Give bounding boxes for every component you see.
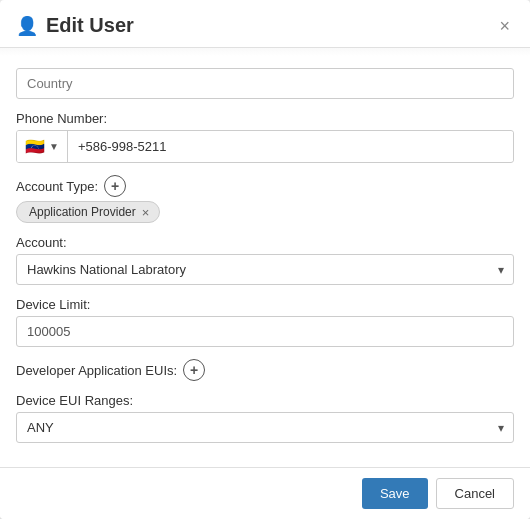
device-limit-input[interactable] xyxy=(16,316,514,347)
account-select[interactable]: Hawkins National Labratory xyxy=(16,254,514,285)
developer-eui-label: Developer Application EUIs: + xyxy=(16,359,514,381)
modal-title-text: Edit User xyxy=(46,14,134,37)
top-fade xyxy=(0,48,530,56)
account-type-tags: Application Provider × xyxy=(16,201,514,223)
phone-row: 🇻🇪 ▼ xyxy=(16,130,514,163)
account-select-wrapper: Hawkins National Labratory ▾ xyxy=(16,254,514,285)
modal-header: 👤 Edit User × xyxy=(0,0,530,48)
modal-footer: Save Cancel xyxy=(0,467,530,519)
account-type-add-button[interactable]: + xyxy=(104,175,126,197)
user-icon: 👤 xyxy=(16,15,38,37)
phone-input[interactable] xyxy=(68,132,513,161)
cancel-button[interactable]: Cancel xyxy=(436,478,514,509)
modal-title: 👤 Edit User xyxy=(16,14,134,37)
account-field-group: Account: Hawkins National Labratory ▾ xyxy=(16,235,514,285)
account-label: Account: xyxy=(16,235,514,250)
device-eui-ranges-label: Device EUI Ranges: xyxy=(16,393,514,408)
phone-flag-select[interactable]: 🇻🇪 ▼ xyxy=(17,131,68,162)
edit-user-modal: 👤 Edit User × Phone Number: 🇻🇪 ▼ Accoun xyxy=(0,0,530,519)
account-type-label-text: Account Type: xyxy=(16,179,98,194)
developer-eui-add-button[interactable]: + xyxy=(183,359,205,381)
device-eui-select[interactable]: ANY xyxy=(16,412,514,443)
account-type-tag: Application Provider × xyxy=(16,201,160,223)
account-type-label: Account Type: + xyxy=(16,175,514,197)
close-button[interactable]: × xyxy=(495,17,514,35)
flag-emoji: 🇻🇪 xyxy=(25,137,45,156)
save-button[interactable]: Save xyxy=(362,478,428,509)
developer-eui-field-group: Developer Application EUIs: + xyxy=(16,359,514,381)
country-field-group xyxy=(16,68,514,99)
account-type-field-group: Account Type: + Application Provider × xyxy=(16,175,514,223)
modal-body: Phone Number: 🇻🇪 ▼ Account Type: + Appli… xyxy=(0,56,530,467)
country-input[interactable] xyxy=(16,68,514,99)
developer-eui-label-text: Developer Application EUIs: xyxy=(16,363,177,378)
phone-caret-icon: ▼ xyxy=(49,141,59,152)
phone-label: Phone Number: xyxy=(16,111,514,126)
device-limit-field-group: Device Limit: xyxy=(16,297,514,347)
device-eui-select-wrapper: ANY ▾ xyxy=(16,412,514,443)
account-type-tag-label: Application Provider xyxy=(29,205,136,219)
account-type-tag-remove[interactable]: × xyxy=(142,206,150,219)
device-eui-ranges-field-group: Device EUI Ranges: ANY ▾ xyxy=(16,393,514,443)
device-limit-label: Device Limit: xyxy=(16,297,514,312)
phone-field-group: Phone Number: 🇻🇪 ▼ xyxy=(16,111,514,163)
